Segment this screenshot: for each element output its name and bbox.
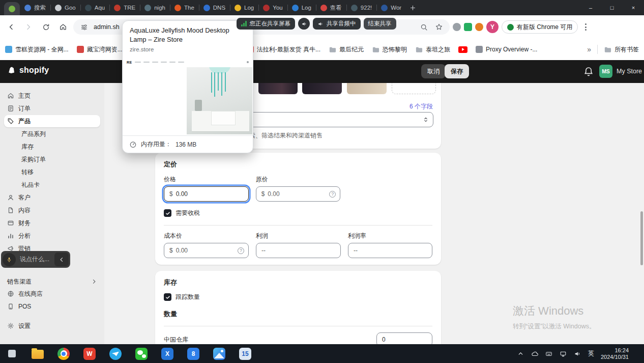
app-15-icon[interactable]: 15 <box>239 347 252 360</box>
voice-widget[interactable]: 说点什么... <box>1 251 70 268</box>
browser-tab[interactable]: Log <box>287 0 316 15</box>
tray-chevron-up-icon[interactable] <box>517 350 524 357</box>
new-tab-button[interactable] <box>406 1 419 14</box>
sidebar-item-设置[interactable]: 设置 <box>4 320 100 332</box>
forward-button[interactable] <box>21 20 36 34</box>
sidebar-item-POS[interactable]: POS <box>4 300 100 313</box>
extension-icon[interactable] <box>464 23 472 31</box>
cancel-button[interactable]: 取消 <box>421 64 446 78</box>
sidebar-item-客户[interactable]: 客户 <box>4 191 100 204</box>
browser-menu-button[interactable] <box>581 23 590 31</box>
bookmarks-overflow-button[interactable]: » <box>587 45 591 53</box>
price-input[interactable]: $ 0.00 <box>164 186 249 202</box>
sidebar-item-内容[interactable]: 内容 <box>4 204 100 216</box>
touch-keyboard-icon[interactable] <box>545 350 553 357</box>
browser-tab[interactable]: 查看 <box>316 0 346 15</box>
browser-tab[interactable]: Aqu <box>80 0 109 15</box>
zoom-icon[interactable] <box>418 21 429 33</box>
browser-tab[interactable]: Wor <box>376 0 406 15</box>
sidebar-item-库存[interactable]: 库存 <box>4 141 100 153</box>
small-app-icon[interactable] <box>5 347 18 360</box>
all-bookmarks-button[interactable]: 所有书签 <box>604 45 639 54</box>
sidebar-item-分析[interactable]: 分析 <box>4 230 100 242</box>
bookmark-item[interactable]: 最后纪元 <box>329 45 364 54</box>
margin-label: 利润率 <box>348 232 432 240</box>
sidebar-item-财务[interactable]: 财务 <box>4 217 100 229</box>
input-language-indicator[interactable]: 英 <box>588 349 594 358</box>
browser-tab[interactable]: Goo <box>50 0 80 15</box>
quantity-input[interactable]: 0 <box>376 332 432 344</box>
browser-tab[interactable]: The <box>170 0 199 15</box>
photos-app-icon[interactable] <box>213 347 226 360</box>
wps-icon[interactable]: W <box>83 347 96 360</box>
network-icon[interactable] <box>560 350 567 357</box>
sidebar-item-主页[interactable]: 主页 <box>4 90 100 102</box>
telegram-icon[interactable] <box>109 347 122 360</box>
file-explorer-icon[interactable] <box>31 347 44 360</box>
browser-tab[interactable]: 搜索 <box>20 0 50 15</box>
browser-tab[interactable]: TRE <box>109 0 140 15</box>
bookmark-item[interactable]: 泰坦之旅 <box>415 45 450 54</box>
margin-input[interactable]: -- <box>348 243 432 258</box>
sidebar-item-产品[interactable]: 产品 <box>4 115 100 127</box>
compare-price-input[interactable]: $ 0.00 <box>256 186 341 202</box>
help-icon[interactable] <box>329 191 336 198</box>
cloud-icon[interactable] <box>531 350 539 357</box>
volume-icon[interactable] <box>574 350 581 357</box>
sidebar-item-转移[interactable]: 转移 <box>4 166 100 178</box>
x-app-icon[interactable]: X <box>161 347 174 360</box>
profile-avatar[interactable]: Y <box>486 21 499 33</box>
calendar-app-icon[interactable]: 8 <box>187 347 200 360</box>
cost-input[interactable]: $ 0.00 <box>164 243 249 258</box>
extension-icon[interactable] <box>475 23 483 31</box>
extension-icon[interactable] <box>453 23 461 31</box>
bookmark-item[interactable] <box>458 46 467 53</box>
bookmark-item[interactable]: Proxy Overview -... <box>476 46 537 53</box>
media-thumbnail[interactable] <box>347 83 387 94</box>
mic-button[interactable] <box>3 253 16 266</box>
charge-tax-checkbox[interactable] <box>164 209 171 217</box>
browser-tab[interactable]: DNS <box>199 0 230 15</box>
category-fields-link[interactable]: 6 个字段 <box>409 102 433 111</box>
add-media-tile[interactable] <box>392 83 436 94</box>
voice-widget-collapse-button[interactable] <box>54 253 69 266</box>
track-quantity-row[interactable]: 跟踪数量 <box>164 293 432 301</box>
media-thumbnail[interactable] <box>258 83 298 94</box>
home-button[interactable] <box>56 20 70 34</box>
charge-tax-row[interactable]: 需要收税 <box>164 209 432 217</box>
bookmark-item[interactable]: 法拉利-最新发货 真牛... <box>247 45 320 54</box>
close-button[interactable]: × <box>623 0 644 15</box>
bookmark-item[interactable]: 藏宝湾网资... <box>77 45 123 54</box>
wechat-icon[interactable] <box>135 347 148 360</box>
shopify-logo[interactable]: shopify <box>7 66 49 75</box>
chrome-icon[interactable] <box>57 347 70 360</box>
sidebar-item-产品系列[interactable]: 产品系列 <box>4 128 100 140</box>
back-button[interactable] <box>4 20 18 34</box>
sidebar-item-礼品卡[interactable]: 礼品卡 <box>4 179 100 191</box>
track-quantity-checkbox[interactable] <box>164 293 171 301</box>
chrome-update-button[interactable]: 有新版 Chrome 可用 <box>502 20 578 34</box>
sidebar-item-采购订单[interactable]: 采购订单 <box>4 153 100 165</box>
sidebar-item-订单[interactable]: 订单 <box>4 102 100 115</box>
browser-tab[interactable]: nigh <box>140 0 170 15</box>
maximize-button[interactable]: □ <box>601 0 623 15</box>
help-icon[interactable] <box>238 247 244 254</box>
browser-tab[interactable]: 922! <box>346 0 376 15</box>
scrollbar[interactable] <box>640 211 643 265</box>
save-button[interactable]: 保存 <box>445 64 469 78</box>
browser-tab[interactable]: You <box>258 0 287 15</box>
bookmark-item[interactable]: 雪糕资源网 - 全网... <box>5 45 69 54</box>
bookmark-item[interactable]: 恐怖黎明 <box>372 45 407 54</box>
browser-tab[interactable]: Log <box>230 0 258 15</box>
sidebar-item-在线商店[interactable]: 在线商店 <box>4 288 100 300</box>
sales-channels-header[interactable]: 销售渠道 <box>7 276 97 287</box>
share-options-button[interactable] <box>298 18 310 30</box>
profit-input[interactable]: -- <box>256 243 341 258</box>
browser-tab[interactable] <box>4 2 20 15</box>
taskbar-clock[interactable]: 16:24 2024/10/31 <box>601 347 629 360</box>
minimize-button[interactable]: – <box>580 0 601 15</box>
bookmark-star-icon[interactable] <box>433 21 445 33</box>
refresh-button[interactable] <box>39 20 53 34</box>
stop-sharing-button[interactable]: 结束共享 <box>364 18 396 30</box>
media-thumbnail[interactable] <box>302 83 342 94</box>
